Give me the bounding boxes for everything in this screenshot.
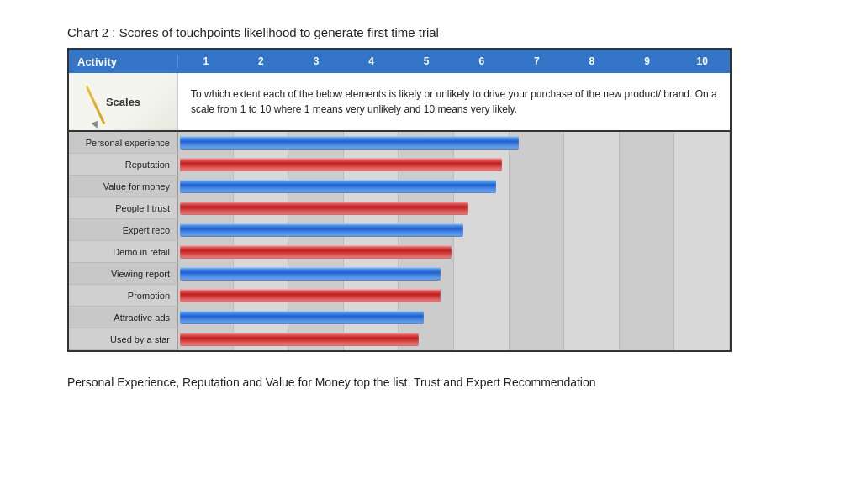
bar-row (178, 307, 730, 328)
labels-col: Personal experienceReputationValue for m… (69, 132, 178, 350)
bar-label: People I trust (69, 197, 178, 219)
bar-row (178, 197, 730, 219)
blue-bar (180, 136, 519, 150)
chart-data-area: Personal experienceReputationValue for m… (69, 132, 730, 350)
scale-number: 2 (234, 55, 289, 67)
bar-label: Used by a star (69, 328, 178, 350)
blue-bar (180, 311, 424, 324)
bar-label: Attractive ads (69, 307, 178, 328)
red-bar (180, 158, 502, 171)
chart-wrapper: Activity 12345678910 Scales To which ext… (67, 48, 732, 352)
bar-label: Viewing report (69, 263, 178, 285)
scale-number: 8 (564, 55, 620, 67)
bar-row (178, 154, 730, 176)
bar-row (178, 328, 730, 350)
bars-area (178, 132, 730, 350)
bar-row (178, 241, 730, 263)
scales-label-col: Scales (69, 73, 178, 130)
bar-row (178, 263, 730, 285)
bar-label: Personal experience (69, 132, 178, 154)
bar-row (178, 132, 730, 154)
scale-number: 10 (674, 55, 730, 67)
red-bar (180, 289, 441, 302)
bar-row (178, 285, 730, 307)
red-bar (180, 245, 452, 259)
scales-label: Scales (106, 96, 140, 108)
header-row: Activity 12345678910 (69, 50, 730, 73)
bottom-text: Personal Experience, Reputation and Valu… (67, 373, 732, 391)
bar-row (178, 219, 730, 241)
blue-bar (180, 267, 441, 281)
scales-row: Scales To which extent each of the below… (69, 73, 730, 132)
blue-bar (180, 180, 496, 193)
bar-label: Value for money (69, 176, 178, 197)
bar-label: Demo in retail (69, 241, 178, 263)
bar-row (178, 176, 730, 197)
scales-description: To which extent each of the below elemen… (178, 73, 730, 130)
scale-number: 5 (399, 55, 454, 67)
bar-label: Promotion (69, 285, 178, 307)
red-bar (180, 333, 419, 346)
header-scale: 12345678910 (178, 55, 730, 67)
scale-number: 4 (344, 55, 399, 67)
scale-number: 6 (454, 55, 510, 67)
chart-title: Chart 2 : Scores of touchpoints likeliho… (67, 25, 794, 39)
red-bar (180, 202, 468, 215)
bar-label: Reputation (69, 154, 178, 176)
scale-number: 3 (288, 55, 344, 67)
scale-number: 7 (510, 55, 565, 67)
bar-label: Expert reco (69, 219, 178, 241)
scale-number: 1 (178, 55, 234, 67)
blue-bar (180, 223, 463, 237)
header-activity-label: Activity (69, 55, 178, 68)
scale-number: 9 (620, 55, 675, 67)
